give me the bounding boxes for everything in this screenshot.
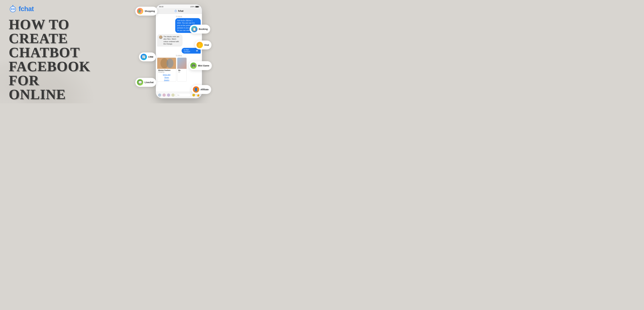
phone-header: fchat xyxy=(156,8,202,14)
svg-point-13 xyxy=(176,11,176,11)
viral-label: Viral xyxy=(204,44,209,46)
product-name: Women Fashion xyxy=(158,70,175,71)
product-card-1: Women Fashion Shopping Dress skirt Shoes… xyxy=(157,58,176,82)
product-info-1: Women Fashion Shopping xyxy=(157,69,176,74)
svg-point-0 xyxy=(12,5,13,6)
phone-status-bar: 08:00 100% xyxy=(156,4,202,8)
product-cat-2: Sh xyxy=(178,71,186,73)
bottom-icon-4 xyxy=(172,94,174,97)
bottom-icon-1 xyxy=(158,94,161,97)
chat-time-1: T2 08:00 xyxy=(157,16,201,18)
svg-point-12 xyxy=(175,11,176,11)
heading-line2: CHATBOT FACEBOOK FOR xyxy=(9,45,90,88)
svg-point-6 xyxy=(14,9,14,10)
chat-avatar xyxy=(159,36,162,39)
bottom-icon-3 xyxy=(167,94,170,97)
booking-label: Booking xyxy=(199,28,208,30)
svg-point-9 xyxy=(175,10,177,12)
product-link-1[interactable]: Dress skirt xyxy=(157,74,176,76)
product-img-1 xyxy=(157,58,176,69)
fashion-img xyxy=(157,58,176,69)
pill-crm[interactable]: 🔄 CRM xyxy=(139,52,156,61)
phone-mockup: 08:00 100% fchat xyxy=(156,4,202,98)
affiliate-label: Affiliate xyxy=(200,88,208,91)
svg-point-5 xyxy=(12,9,12,10)
pill-minigame[interactable]: 🎮 Mini Game xyxy=(189,61,212,70)
minigame-label: Mini Game xyxy=(198,64,209,67)
product-card-2: Ma Sh xyxy=(177,58,187,82)
pill-booking[interactable]: 📋 Booking xyxy=(190,25,210,34)
chat-time-2: T2 08:01 xyxy=(157,55,201,56)
svg-point-2 xyxy=(10,6,16,12)
shopping-label: Shopping xyxy=(144,10,155,12)
svg-point-17 xyxy=(197,50,197,51)
bottom-icon-2 xyxy=(162,94,166,97)
shopping-icon: 🛍️ xyxy=(137,8,143,14)
pill-affiliate[interactable]: 👤 Affiliate xyxy=(191,85,211,94)
pill-viral[interactable]: ⚡ Viral xyxy=(195,40,212,50)
product-link-3[interactable]: Jewelry xyxy=(157,79,176,82)
viral-icon: ⚡ xyxy=(196,42,203,48)
chat-seen-icon-2 xyxy=(196,49,198,52)
crm-label: CRM xyxy=(148,56,153,58)
minigame-icon: 🎮 xyxy=(190,62,197,69)
emoji-icon: 🙂 xyxy=(192,94,195,97)
chat-text-right-2: Is that correct? xyxy=(184,49,195,52)
livechat-icon: 💬 xyxy=(137,79,143,86)
product-category: Shopping xyxy=(158,71,175,73)
phone-battery: 100% xyxy=(190,6,195,8)
heading-line3: ONLINE BUSINESS ON PAGE xyxy=(9,87,104,103)
phone-header-logo-icon xyxy=(174,10,177,12)
like-icon: 👍 xyxy=(196,94,200,97)
fchat-logo-icon xyxy=(9,5,17,13)
crm-icon: 🔄 xyxy=(140,54,147,60)
pill-shopping[interactable]: 🛍️ Shopping xyxy=(135,7,158,16)
chat-text-left-1: The blacks ones are also Nice. Warm colo… xyxy=(164,36,181,45)
product-img-2 xyxy=(177,58,187,69)
product-name-2: Ma xyxy=(178,70,186,71)
booking-icon: 📋 xyxy=(191,26,198,32)
chat-bubble-left-1: The blacks ones are also Nice. Warm colo… xyxy=(157,34,182,46)
logo-text: fchat xyxy=(18,5,34,13)
affiliate-icon: 👤 xyxy=(193,86,199,93)
phone-chat-area: T2 08:00 Fah KciZo 25$ for 1 tshirt. You… xyxy=(156,14,202,82)
phone-header-title: fchat xyxy=(178,10,183,12)
product-info-2: Ma Sh xyxy=(177,69,186,74)
right-section: 08:00 100% fchat xyxy=(103,0,215,103)
pill-livechat[interactable]: 💬 Livechat xyxy=(135,78,156,87)
product-link-2[interactable]: Shoes xyxy=(157,76,176,79)
heading-line1: HOW TO CREATE xyxy=(9,17,69,46)
svg-point-7 xyxy=(176,10,176,10)
phone-time: 08:00 xyxy=(159,6,164,8)
chat-input[interactable]: Aa xyxy=(176,93,191,97)
livechat-label: Livechat xyxy=(144,81,154,84)
